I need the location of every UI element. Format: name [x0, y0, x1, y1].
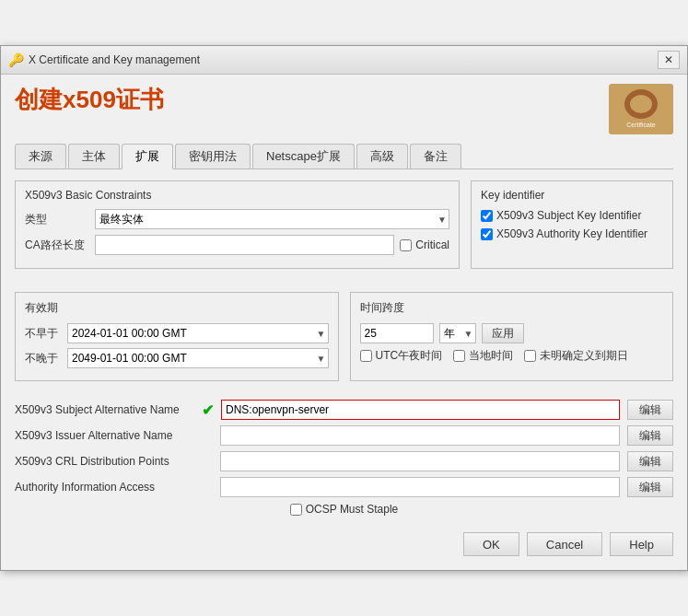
- extensions-section: X509v3 Subject Alternative Name ✔ 编辑 X50…: [15, 400, 673, 497]
- unit-wrapper: 年 月 日 ▼: [439, 323, 476, 343]
- critical-label[interactable]: Critical: [400, 238, 449, 251]
- page-title: 创建x509证书: [15, 84, 164, 116]
- san-check-icon: ✔: [202, 401, 214, 419]
- authority-key-row: X509v3 Authority Key Identifier: [481, 227, 663, 240]
- bottom-buttons: OK Cancel Help: [15, 525, 673, 556]
- help-button[interactable]: Help: [610, 532, 673, 556]
- subject-key-row: X509v3 Subject Key Identifier: [481, 209, 663, 222]
- crl-input[interactable]: [220, 451, 620, 471]
- ocsp-checkbox[interactable]: [290, 504, 302, 516]
- window-content: 创建x509证书 Certificate 来源 主体 扩展 密钥用法 Netsc…: [1, 75, 687, 570]
- page-title-highlight: x509: [63, 86, 116, 113]
- not-before-wrapper: 2024-01-01 00:00 GMT ▼: [67, 323, 329, 343]
- page-title-suffix: 证书: [116, 86, 164, 113]
- aia-row: Authority Information Access 编辑: [15, 477, 673, 497]
- issuer-alt-input[interactable]: [220, 425, 620, 446]
- svg-text:Certificate: Certificate: [626, 122, 656, 128]
- type-label: 类型: [25, 212, 89, 227]
- type-select-wrapper: 最终实体 CA ▼: [95, 209, 449, 229]
- basic-constraints-title: X509v3 Basic Constraints: [25, 189, 449, 202]
- local-label[interactable]: 当地时间: [453, 348, 513, 364]
- undefined-label[interactable]: 未明确定义到期日: [524, 348, 628, 364]
- ocsp-label[interactable]: OCSP Must Staple: [290, 503, 399, 516]
- subject-key-label[interactable]: X509v3 Subject Key Identifier: [481, 209, 641, 222]
- crl-row: X509v3 CRL Distribution Points 编辑: [15, 451, 673, 471]
- not-after-wrapper: 2049-01-01 00:00 GMT ▼: [67, 348, 329, 368]
- ocsp-row: OCSP Must Staple: [15, 503, 673, 516]
- crl-edit-button[interactable]: 编辑: [627, 451, 673, 471]
- not-before-select[interactable]: 2024-01-01 00:00 GMT: [67, 323, 329, 343]
- tab-source[interactable]: 来源: [15, 144, 66, 169]
- issuer-alt-row: X509v3 Issuer Alternative Name 编辑: [15, 425, 673, 446]
- apply-button[interactable]: 应用: [482, 323, 524, 343]
- validity-title: 有效期: [25, 300, 329, 316]
- crl-label: X509v3 CRL Distribution Points: [15, 455, 194, 468]
- time-checks-row: UTC午夜时间 当地时间 未明确定义到期日: [360, 348, 664, 364]
- not-after-label: 不晚于: [25, 351, 62, 366]
- utc-label[interactable]: UTC午夜时间: [360, 348, 443, 364]
- not-before-row: 不早于 2024-01-01 00:00 GMT ▼: [25, 323, 329, 343]
- svg-point-2: [630, 95, 652, 113]
- san-label: X509v3 Subject Alternative Name: [15, 403, 194, 416]
- window-title: X Certificate and Key management: [29, 53, 200, 66]
- aia-input[interactable]: [220, 477, 620, 497]
- authority-key-label[interactable]: X509v3 Authority Key Identifier: [481, 227, 647, 240]
- authority-key-checkbox[interactable]: [481, 228, 493, 240]
- not-after-select[interactable]: 2049-01-01 00:00 GMT: [67, 348, 329, 368]
- undefined-checkbox[interactable]: [524, 350, 536, 362]
- top-sections: X509v3 Basic Constraints 类型 最终实体 CA ▼ CA…: [15, 180, 673, 269]
- ok-button[interactable]: OK: [463, 532, 519, 556]
- basic-constraints-section: X509v3 Basic Constraints 类型 最终实体 CA ▼ CA…: [15, 180, 460, 269]
- issuer-alt-edit-button[interactable]: 编辑: [627, 425, 673, 446]
- window-icon: 🔑: [8, 52, 24, 67]
- tabs-bar: 来源 主体 扩展 密钥用法 Netscape扩展 高级 备注: [15, 144, 673, 169]
- tab-key-usage[interactable]: 密钥用法: [175, 144, 251, 169]
- time-value-input[interactable]: [360, 323, 434, 343]
- san-edit-button[interactable]: 编辑: [627, 400, 673, 420]
- san-input[interactable]: [221, 400, 620, 420]
- time-span-section: 时间跨度 年 月 日 ▼ 应用: [350, 292, 674, 381]
- tab-extensions[interactable]: 扩展: [122, 144, 173, 169]
- ca-path-row: CA路径长度 Critical: [25, 235, 449, 255]
- unit-select[interactable]: 年 月 日: [439, 323, 476, 343]
- ca-path-input[interactable]: [95, 235, 394, 255]
- key-identifier-section: Key identifier X509v3 Subject Key Identi…: [471, 180, 673, 269]
- type-select[interactable]: 最终实体 CA: [95, 209, 449, 229]
- ca-path-label: CA路径长度: [25, 238, 89, 253]
- tab-subject[interactable]: 主体: [68, 144, 120, 169]
- close-button[interactable]: ✕: [658, 51, 680, 69]
- validity-section: 有效期 不早于 2024-01-01 00:00 GMT ▼ 不晚于 2049-…: [15, 292, 339, 381]
- aia-label: Authority Information Access: [15, 481, 194, 494]
- aia-edit-button[interactable]: 编辑: [627, 477, 673, 497]
- time-span-title: 时间跨度: [360, 300, 664, 316]
- local-checkbox[interactable]: [453, 350, 465, 362]
- page-title-prefix: 创建: [15, 86, 63, 113]
- key-identifier-title: Key identifier: [481, 189, 663, 202]
- page-title-area: 创建x509证书 Certificate: [15, 84, 673, 134]
- tab-notes[interactable]: 备注: [410, 144, 461, 169]
- cancel-button[interactable]: Cancel: [527, 532, 602, 556]
- not-before-label: 不早于: [25, 326, 62, 342]
- time-value-row: 年 月 日 ▼ 应用: [360, 323, 664, 343]
- type-row: 类型 最终实体 CA ▼: [25, 209, 449, 229]
- main-window: 🔑 X Certificate and Key management ✕ 创建x…: [0, 45, 688, 571]
- issuer-alt-label: X509v3 Issuer Alternative Name: [15, 429, 194, 442]
- not-after-row: 不晚于 2049-01-01 00:00 GMT ▼: [25, 348, 329, 368]
- tab-netscape[interactable]: Netscape扩展: [252, 144, 355, 169]
- title-bar: 🔑 X Certificate and Key management ✕: [1, 46, 687, 75]
- bottom-sections: 有效期 不早于 2024-01-01 00:00 GMT ▼ 不晚于 2049-…: [15, 292, 673, 381]
- title-bar-left: 🔑 X Certificate and Key management: [8, 52, 200, 67]
- utc-checkbox[interactable]: [360, 350, 372, 362]
- logo-area: Certificate: [609, 84, 673, 134]
- san-row: X509v3 Subject Alternative Name ✔ 编辑: [15, 400, 673, 420]
- critical-checkbox[interactable]: [400, 239, 412, 251]
- tab-advanced[interactable]: 高级: [356, 144, 408, 169]
- subject-key-checkbox[interactable]: [481, 210, 493, 222]
